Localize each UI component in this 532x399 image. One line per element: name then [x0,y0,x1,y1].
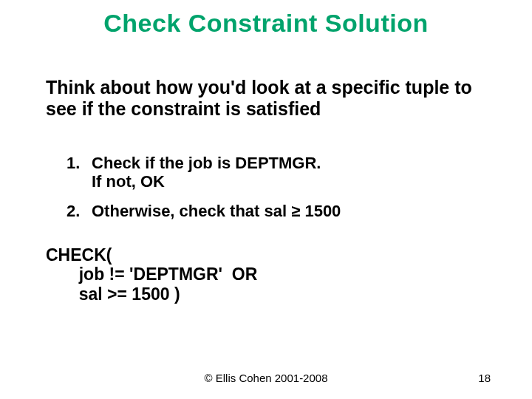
page-number: 18 [478,372,491,384]
list-number: 1. [66,154,92,191]
slide: Check Constraint Solution Think about ho… [0,0,532,399]
list-item: 1. Check if the job is DEPTMGR. If not, … [66,154,480,191]
list-number: 2. [66,202,92,220]
list-text: Check if the job is DEPTMGR. If not, OK [92,154,321,191]
slide-title: Check Constraint Solution [0,9,532,38]
intro-text: Think about how you'd look at a specific… [46,77,489,120]
list-text: Otherwise, check that sal ≥ 1500 [92,202,341,220]
copyright-text: © Ellis Cohen 2001-2008 [0,372,532,384]
ordered-list: 1. Check if the job is DEPTMGR. If not, … [66,154,480,231]
list-item: 2. Otherwise, check that sal ≥ 1500 [66,202,480,220]
check-constraint-code: CHECK( job != 'DEPTMGR' OR sal >= 1500 ) [46,245,257,304]
